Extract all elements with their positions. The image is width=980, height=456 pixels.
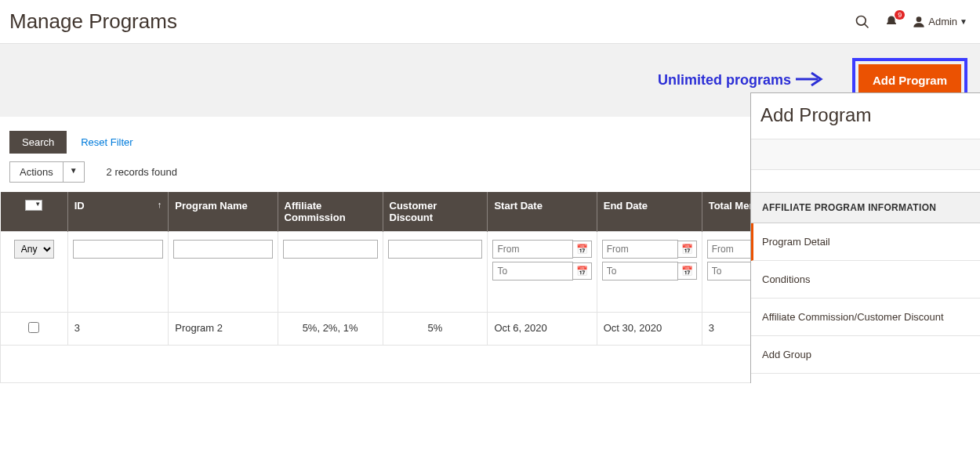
actions-label: Actions: [9, 161, 64, 183]
arrow-right-icon: [794, 70, 827, 91]
filter-sd-from[interactable]: [492, 240, 572, 259]
cell-sd: Oct 6, 2020: [488, 313, 597, 346]
admin-menu[interactable]: Admin ▼: [913, 16, 967, 28]
page-title: Manage Programs: [9, 9, 177, 34]
calendar-icon[interactable]: 📅: [678, 241, 697, 258]
sidepanel-title: Add Program: [751, 93, 980, 139]
svg-point-2: [916, 16, 922, 22]
col-select[interactable]: [1, 192, 68, 232]
sidepanel-item[interactable]: Program Detail: [751, 223, 980, 261]
sidepanel-section-header: AFFILIATE PROGRAM INFORMATION: [751, 192, 980, 223]
calendar-icon[interactable]: 📅: [573, 241, 592, 258]
filter-id-input[interactable]: [73, 240, 164, 259]
actions-dropdown[interactable]: Actions ▼: [9, 161, 85, 183]
unlimited-programs-label: Unlimited programs: [658, 72, 791, 89]
admin-label: Admin: [928, 16, 957, 27]
filter-ed-to[interactable]: [602, 262, 678, 280]
notifications-icon[interactable]: 9: [884, 15, 898, 29]
col-end-date[interactable]: End Date: [597, 192, 702, 232]
col-affiliate-commission[interactable]: Affiliate Commission: [278, 192, 383, 232]
reset-filter-link[interactable]: Reset Filter: [81, 136, 132, 148]
filter-any-select[interactable]: Any: [14, 240, 54, 259]
sidepanel-item[interactable]: Affiliate Commission/Customer Discount: [751, 299, 980, 336]
sidepanel-item[interactable]: Program Transactions: [751, 374, 980, 383]
cell-aff: 5%, 2%, 1%: [278, 313, 383, 346]
col-start-date[interactable]: Start Date: [488, 192, 597, 232]
cell-id: 3: [67, 313, 169, 346]
cell-name: Program 2: [169, 313, 278, 346]
add-program-sidepanel: Add Program AFFILIATE PROGRAM INFORMATIO…: [750, 92, 980, 383]
sidepanel-item[interactable]: Add Group: [751, 336, 980, 374]
search-icon[interactable]: [855, 14, 870, 30]
sidepanel-item[interactable]: Conditions: [751, 261, 980, 299]
add-program-button[interactable]: Add Program: [858, 64, 961, 96]
chevron-down-icon[interactable]: ▼: [64, 161, 85, 183]
filter-sd-to[interactable]: [492, 262, 572, 280]
svg-line-1: [865, 24, 869, 27]
cell-disc: 5%: [383, 313, 488, 346]
calendar-icon[interactable]: 📅: [678, 262, 697, 280]
records-found-label: 2 records found: [107, 166, 177, 178]
calendar-icon[interactable]: 📅: [573, 262, 592, 280]
filter-disc-input[interactable]: [388, 240, 483, 259]
svg-point-0: [857, 16, 866, 25]
filter-aff-input[interactable]: [283, 240, 378, 259]
notification-badge: 9: [895, 10, 905, 20]
col-program-name[interactable]: Program Name: [169, 192, 278, 232]
search-button[interactable]: Search: [9, 131, 67, 154]
filter-ed-from[interactable]: [602, 240, 678, 259]
col-customer-discount[interactable]: Customer Discount: [383, 192, 488, 232]
row-checkbox[interactable]: [28, 322, 39, 333]
cell-ed: Oct 30, 2020: [597, 313, 702, 346]
filter-name-input[interactable]: [173, 240, 272, 259]
col-id[interactable]: ID↑: [67, 192, 169, 232]
